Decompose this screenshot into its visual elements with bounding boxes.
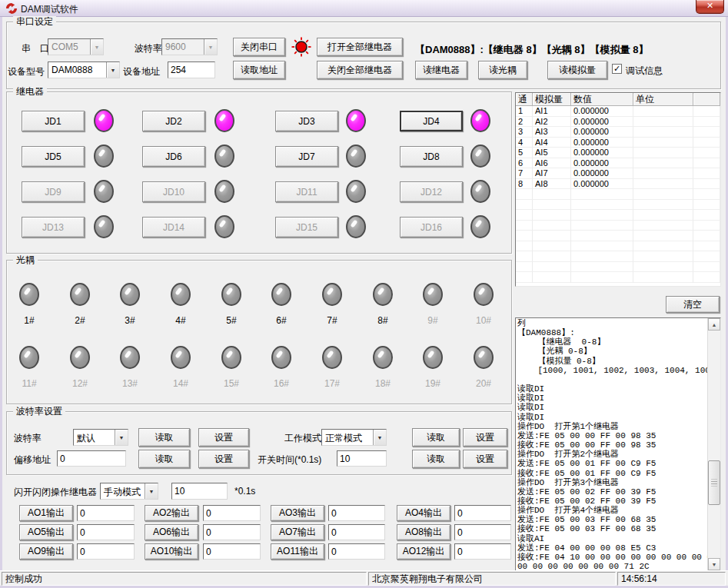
- ao12-output-button[interactable]: AO12输出: [397, 543, 450, 560]
- chevron-down-icon: ▼: [373, 430, 386, 445]
- relay-button-jd8[interactable]: JD8: [400, 146, 463, 167]
- relay-button-jd5[interactable]: JD5: [22, 146, 85, 167]
- relay-button-jd6[interactable]: JD6: [142, 146, 205, 167]
- device-info-text: 【DAM0888】:【继电器 8】【光耦 8】【模拟量 8】: [415, 43, 648, 57]
- ao2-output-input[interactable]: [203, 505, 261, 521]
- workmode-set-button[interactable]: 设置: [463, 428, 507, 447]
- log-text[interactable]: 列 【DAM0888】: 【继电器 0-8】 【光耦 0-8】 【模拟量 0-8…: [517, 319, 708, 570]
- flash-time-input[interactable]: [171, 483, 228, 500]
- status-bar: 控制成功 北京聚英翱翔电子有限公司 14:56:14: [0, 570, 728, 586]
- offset-read-button[interactable]: 读取: [138, 450, 190, 468]
- relay-led-jd4: [470, 109, 490, 132]
- baudrate-label: 波特率: [135, 42, 162, 55]
- offset-input[interactable]: [57, 450, 126, 467]
- offset-set-button[interactable]: 设置: [198, 450, 249, 468]
- relay-group-title: 继电器: [13, 86, 47, 98]
- relay-led-jd9: [94, 180, 114, 203]
- scroll-down-icon[interactable]: ▼: [708, 558, 720, 570]
- col-value[interactable]: 数值: [571, 93, 633, 106]
- opto-led-10: [474, 283, 494, 306]
- ao11-output-button[interactable]: AO11输出: [271, 543, 324, 560]
- relay-button-jd16: JD16: [400, 217, 463, 238]
- baud-set-button[interactable]: 设置: [198, 428, 249, 447]
- baud-set-select[interactable]: 默认 ▼: [73, 429, 128, 446]
- offset-label: 偏移地址: [14, 453, 51, 467]
- ao7-output-input[interactable]: [328, 524, 385, 540]
- workmode-select[interactable]: 正常模式 ▼: [321, 429, 387, 446]
- relay-button-jd1[interactable]: JD1: [22, 111, 85, 131]
- ao1-output-button[interactable]: AO1输出: [19, 505, 73, 521]
- ao4-output-input[interactable]: [454, 505, 511, 521]
- ao8-output-input[interactable]: [454, 524, 511, 540]
- ao5-output-input[interactable]: [77, 524, 135, 540]
- switch-set-button[interactable]: 设置: [463, 450, 507, 468]
- workmode-read-button[interactable]: 读取: [412, 428, 460, 447]
- opto-led-7: [322, 283, 342, 306]
- clear-log-button[interactable]: 清空: [666, 296, 720, 313]
- scroll-up-icon[interactable]: ▲: [708, 318, 720, 331]
- col-channel[interactable]: 通: [516, 93, 533, 106]
- relay-button-jd14: JD14: [142, 217, 205, 238]
- col-unit[interactable]: 单位: [633, 93, 693, 106]
- read-address-button[interactable]: 读取地址: [233, 61, 285, 79]
- col-extra[interactable]: [693, 93, 720, 106]
- ao10-output-button[interactable]: AO10输出: [145, 543, 198, 560]
- ao3-output-button[interactable]: AO3输出: [271, 505, 324, 521]
- ao9-output-button[interactable]: AO9输出: [19, 543, 73, 560]
- close-all-relays-button[interactable]: 关闭全部继电器: [317, 61, 403, 79]
- model-select[interactable]: DAM0888 ▼: [48, 61, 120, 78]
- ao2-output-button[interactable]: AO2输出: [145, 505, 198, 521]
- relay-button-jd3[interactable]: JD3: [275, 111, 338, 131]
- col-analog[interactable]: 模拟量: [533, 93, 571, 106]
- flash-mode-select[interactable]: 手动模式 ▼: [100, 483, 158, 500]
- ao1-output-input[interactable]: [77, 505, 135, 521]
- ao9-output-input[interactable]: [77, 543, 135, 560]
- read-opto-button[interactable]: 读光耦: [478, 61, 527, 79]
- address-input[interactable]: [168, 61, 215, 78]
- table-empty-row: [516, 221, 720, 231]
- opto-label-2: 2#: [63, 315, 97, 326]
- baud-read-button[interactable]: 读取: [138, 428, 190, 447]
- ao10-output-input[interactable]: [203, 543, 261, 560]
- debug-info-checkbox[interactable]: ✓: [612, 64, 622, 74]
- table-row: 3AI30.000000: [516, 127, 720, 138]
- relay-button-jd7[interactable]: JD7: [275, 146, 338, 167]
- opto-label-15: 15#: [214, 378, 248, 389]
- switch-time-input[interactable]: [337, 450, 387, 467]
- switch-read-button[interactable]: 读取: [412, 450, 460, 468]
- ao11-output-input[interactable]: [328, 543, 385, 560]
- relay-led-jd13: [94, 215, 114, 238]
- log-box[interactable]: 列 【DAM0888】: 【继电器 0-8】 【光耦 0-8】 【模拟量 0-8…: [515, 317, 721, 571]
- analog-table[interactable]: 通 模拟量 数值 单位 1AI10.000000 2AI20.000000 3A…: [515, 92, 721, 287]
- table-empty-row: [516, 262, 720, 273]
- scrollbar-thumb[interactable]: [708, 460, 720, 505]
- flash-unit-label: *0.1s: [234, 486, 255, 497]
- log-scrollbar[interactable]: ▲ ▼: [707, 318, 720, 570]
- close-port-button[interactable]: 关闭串口: [233, 38, 285, 56]
- relay-button-jd4[interactable]: JD4: [400, 111, 463, 131]
- ao3-output-input[interactable]: [328, 505, 385, 521]
- relay-button-jd2[interactable]: JD2: [142, 111, 205, 131]
- ao5-output-button[interactable]: AO5输出: [19, 524, 73, 540]
- relay-led-jd6: [214, 145, 234, 168]
- workmode-label: 工作模式: [284, 432, 321, 445]
- ao4-output-button[interactable]: AO4输出: [397, 505, 450, 521]
- read-analog-button[interactable]: 读模拟量: [547, 61, 607, 79]
- chevron-down-icon: ▼: [106, 62, 119, 78]
- relay-led-jd16: [470, 215, 490, 238]
- opto-label-8: 8#: [366, 315, 400, 326]
- ao6-output-input[interactable]: [203, 524, 261, 540]
- opto-label-16: 16#: [264, 378, 298, 389]
- ao8-output-button[interactable]: AO8输出: [397, 524, 450, 540]
- baudrate-select: 9600 ▼: [161, 38, 218, 55]
- window-border-left: [0, 17, 2, 586]
- ao6-output-button[interactable]: AO6输出: [145, 524, 198, 540]
- ao7-output-button[interactable]: AO7输出: [271, 524, 324, 540]
- open-all-relays-button[interactable]: 打开全部继电器: [317, 38, 403, 56]
- close-button[interactable]: ✕: [696, 0, 724, 14]
- ao12-output-input[interactable]: [454, 543, 511, 560]
- title-bar[interactable]: DAM调试软件 ✕: [0, 0, 728, 17]
- relay-led-jd3: [346, 109, 366, 132]
- flash-mode-value: 手动模式: [101, 483, 145, 499]
- read-relay-button[interactable]: 读继电器: [415, 61, 467, 79]
